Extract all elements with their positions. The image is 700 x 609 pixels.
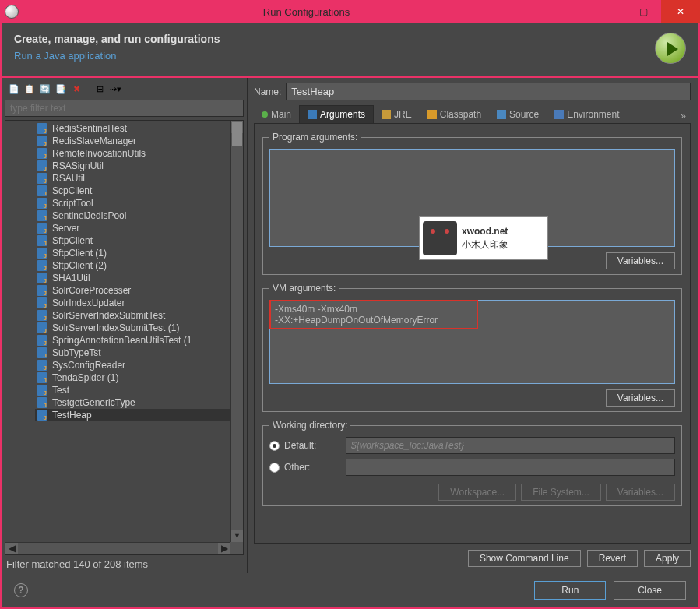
tab-environment[interactable]: Environment bbox=[547, 106, 627, 123]
tab-source[interactable]: Source bbox=[489, 106, 547, 123]
tree-hscrollbar[interactable]: ◀ ▶ bbox=[5, 542, 230, 554]
watermark-line1: xwood.net bbox=[462, 226, 508, 237]
tree-item-label: SolrCoreProcesser bbox=[52, 285, 131, 296]
tab-main[interactable]: Main bbox=[254, 106, 299, 123]
tree-item[interactable]: TestgetGenericType bbox=[35, 396, 230, 409]
tree-item[interactable]: SHA1Util bbox=[35, 272, 230, 284]
java-launch-icon bbox=[37, 360, 47, 371]
tab-bar: Main Arguments JRE Classpath Source Envi… bbox=[254, 105, 691, 124]
tree-item-label: SftpClient (2) bbox=[52, 260, 107, 271]
dialog-header: Create, manage, and run configurations R… bbox=[0, 23, 700, 78]
header-subtitle-link[interactable]: Run a Java application bbox=[14, 50, 117, 62]
java-launch-icon bbox=[37, 173, 47, 184]
tree-item-label: TendaSpider (1) bbox=[52, 372, 118, 383]
source-icon bbox=[497, 110, 506, 119]
java-launch-icon bbox=[37, 335, 47, 346]
tree-item[interactable]: RedisSentinelTest bbox=[35, 122, 230, 135]
tree-item-label: SftpClient bbox=[52, 235, 93, 246]
tree-item[interactable]: RSASignUtil bbox=[35, 160, 230, 172]
tree-item[interactable]: Test bbox=[35, 384, 230, 396]
tab-classpath[interactable]: Classpath bbox=[420, 106, 489, 123]
run-button[interactable]: Run bbox=[534, 581, 606, 600]
tree-item[interactable]: SftpClient (2) bbox=[35, 259, 230, 272]
show-command-line-button[interactable]: Show Command Line bbox=[468, 550, 581, 567]
tree-item[interactable]: ScriptTool bbox=[35, 197, 230, 209]
tab-arguments[interactable]: Arguments bbox=[299, 105, 374, 123]
vm-args-legend: VM arguments: bbox=[269, 283, 339, 294]
tree-item[interactable]: SolrCoreProcesser bbox=[35, 284, 230, 297]
delete-icon[interactable]: ✖ bbox=[70, 83, 83, 95]
vm-args-textarea[interactable]: -Xms40m -Xmx40m -XX:+HeapDumpOnOutOfMemo… bbox=[269, 300, 675, 384]
export-icon[interactable]: 🔄 bbox=[39, 83, 51, 95]
tree-item[interactable]: SftpClient (1) bbox=[35, 247, 230, 259]
config-toolbar: 📄 📋 🔄 📑 ✖ ⊟ ⇢▾ bbox=[5, 81, 244, 98]
tree-item[interactable]: SolrServerIndexSubmitTest bbox=[35, 309, 230, 322]
radio-checked-icon bbox=[269, 441, 280, 451]
tree-item[interactable]: SolrServerIndexSubmitTest (1) bbox=[35, 322, 230, 334]
window-close-button[interactable]: ✕ bbox=[661, 0, 700, 23]
robot-icon bbox=[423, 221, 457, 255]
duplicate-icon[interactable]: 📑 bbox=[55, 83, 67, 95]
tree-item[interactable]: SolrIndexUpdater bbox=[35, 297, 230, 309]
watermark: xwood.net小木人印象 bbox=[419, 216, 548, 260]
program-args-variables-button[interactable]: Variables... bbox=[606, 252, 675, 269]
java-launch-icon bbox=[37, 297, 47, 308]
file-system-button[interactable]: File System... bbox=[521, 484, 601, 501]
vm-args-variables-button[interactable]: Variables... bbox=[606, 389, 675, 407]
java-launch-icon bbox=[37, 235, 47, 246]
name-input[interactable] bbox=[286, 83, 691, 100]
tree-item[interactable]: TestHeap bbox=[35, 409, 230, 421]
tree-item-label: SftpClient (1) bbox=[52, 248, 107, 259]
workdir-default-radio[interactable]: Default: bbox=[269, 440, 339, 451]
close-button[interactable]: Close bbox=[614, 581, 686, 600]
tree-item[interactable]: Server bbox=[35, 222, 230, 234]
apply-button[interactable]: Apply bbox=[644, 550, 691, 567]
help-icon[interactable]: ? bbox=[14, 583, 28, 597]
tab-jre[interactable]: JRE bbox=[374, 106, 420, 123]
tree-item[interactable]: SftpClient bbox=[35, 234, 230, 247]
tree-item-label: SentinelJedisPool bbox=[52, 210, 126, 221]
java-launch-icon bbox=[37, 185, 47, 196]
tree-item-label: TestgetGenericType bbox=[52, 397, 135, 408]
arguments-tab-body: Program arguments: Variables... VM argum… bbox=[254, 124, 691, 544]
tree-item-label: Server bbox=[52, 223, 79, 234]
workdir-other-input[interactable] bbox=[346, 459, 675, 476]
tree-item-label: SolrServerIndexSubmitTest (1) bbox=[52, 322, 179, 333]
classpath-icon bbox=[427, 110, 437, 119]
tree-item-label: RedisSentinelTest bbox=[52, 123, 127, 134]
new-proto-icon[interactable]: 📋 bbox=[23, 83, 36, 95]
tree-item[interactable]: SpringAnnotationBeanUtilsTest (1 bbox=[35, 334, 230, 347]
tree-item[interactable]: SentinelJedisPool bbox=[35, 209, 230, 222]
tree-item-label: RedisSlaveManager bbox=[52, 136, 136, 146]
titlebar: Run Configurations ─ ▢ ✕ bbox=[0, 0, 700, 23]
tab-overflow-button[interactable]: » bbox=[676, 109, 691, 123]
filter-icon[interactable]: ⇢▾ bbox=[109, 83, 121, 95]
collapse-icon[interactable]: ⊟ bbox=[93, 83, 106, 95]
tree-item[interactable]: RSAUtil bbox=[35, 172, 230, 185]
minimize-button[interactable]: ─ bbox=[589, 0, 625, 23]
jre-icon bbox=[382, 110, 391, 119]
java-launch-icon bbox=[37, 322, 47, 333]
java-launch-icon bbox=[37, 136, 47, 146]
tree-vscrollbar[interactable]: ▲ ▼ bbox=[230, 121, 243, 542]
watermark-line2: 小木人印象 bbox=[462, 239, 508, 250]
arguments-icon bbox=[308, 110, 317, 119]
workdir-variables-button[interactable]: Variables... bbox=[606, 484, 675, 501]
revert-button[interactable]: Revert bbox=[587, 550, 638, 567]
tree-item[interactable]: SysConfigReader bbox=[35, 359, 230, 371]
tree-item-label: SubTypeTst bbox=[52, 347, 101, 358]
tree-item[interactable]: RedisSlaveManager bbox=[35, 135, 230, 147]
java-launch-icon bbox=[37, 198, 47, 209]
tree-item[interactable]: TendaSpider (1) bbox=[35, 371, 230, 384]
maximize-button[interactable]: ▢ bbox=[625, 0, 661, 23]
tree-item[interactable]: SubTypeTst bbox=[35, 347, 230, 359]
tree-item-label: RemoteInvocationUtils bbox=[52, 148, 146, 159]
new-config-icon[interactable]: 📄 bbox=[8, 83, 20, 95]
java-launch-icon bbox=[37, 248, 47, 259]
tree-item[interactable]: RemoteInvocationUtils bbox=[35, 147, 230, 160]
java-launch-icon bbox=[37, 273, 47, 283]
workdir-other-radio[interactable]: Other: bbox=[269, 462, 339, 473]
filter-input[interactable] bbox=[5, 100, 244, 117]
workspace-button[interactable]: Workspace... bbox=[438, 484, 516, 501]
tree-item[interactable]: ScpClient bbox=[35, 185, 230, 197]
